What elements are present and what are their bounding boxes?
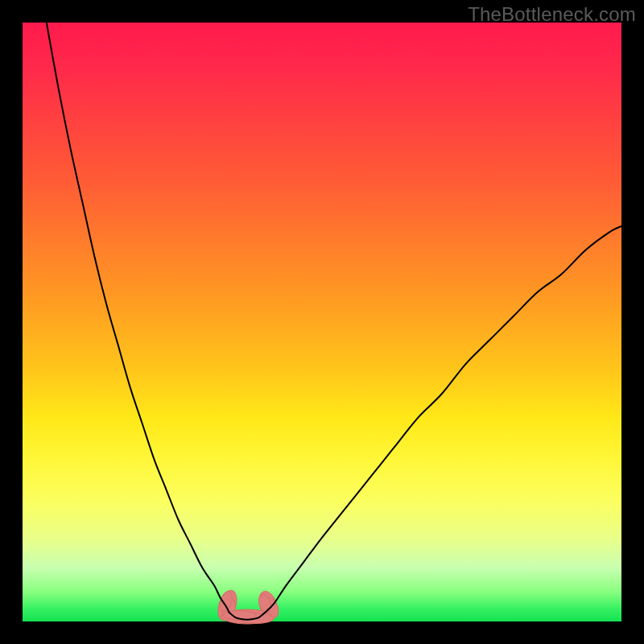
curves-svg (23, 23, 621, 621)
right-curve (265, 226, 621, 613)
plot-area (23, 23, 621, 621)
left-curve (47, 23, 229, 613)
chart-frame: TheBottleneck.com (0, 0, 644, 644)
watermark-text: TheBottleneck.com (468, 3, 636, 26)
